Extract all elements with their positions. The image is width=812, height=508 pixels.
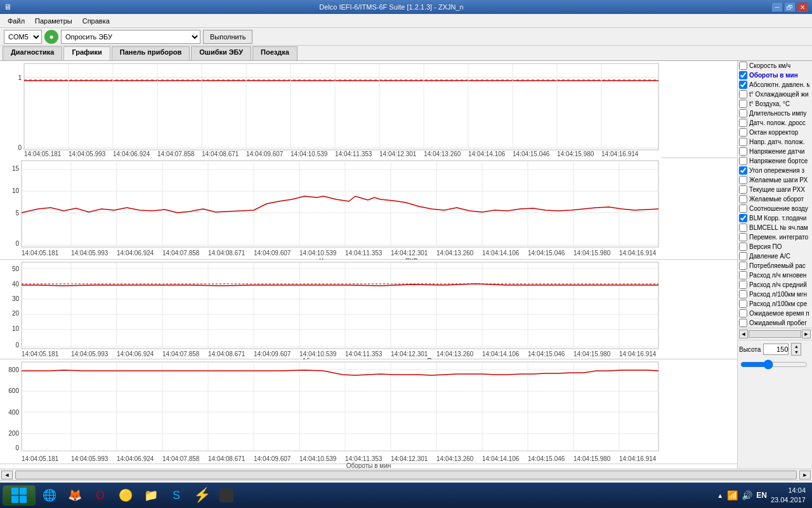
sidebar-checkbox-21[interactable] [739, 262, 747, 270]
sidebar-checkbox-20[interactable] [739, 252, 747, 260]
sidebar-label-18: Перемен. интеграто [749, 234, 808, 241]
restore-button[interactable]: 🗗 [784, 2, 796, 12]
sidebar-checkbox-8[interactable] [739, 138, 747, 146]
taskbar-chrome[interactable]: 🟡 [114, 485, 137, 505]
window-controls: ─ 🗗 ✕ [771, 2, 808, 12]
height-slider[interactable] [740, 359, 808, 370]
height-input[interactable] [763, 344, 789, 355]
sidebar-label-23: Расход л/ч средний [749, 281, 807, 288]
sidebar-item-7: Октан корректор [738, 128, 812, 137]
sidebar-item-1: Обороты в мин [738, 70, 812, 80]
tab-graphs[interactable]: Графики [63, 46, 110, 60]
sidebar-checkbox-1[interactable] [739, 71, 747, 79]
sidebar-checkbox-7[interactable] [739, 128, 747, 137]
sidebar-scrollbar[interactable] [749, 330, 801, 338]
sidebar-checkbox-22[interactable] [739, 271, 747, 279]
query-select[interactable]: Опросить ЭБУ [61, 30, 200, 44]
menu-params[interactable]: Параметры [30, 16, 77, 26]
sidebar-label-11: Угол опережения з [749, 167, 804, 174]
sidebar-checkbox-27[interactable] [739, 319, 747, 327]
sidebar-checkbox-25[interactable] [739, 300, 747, 308]
tab-dashboard[interactable]: Панель приборов [112, 46, 190, 60]
taskbar-ie[interactable]: 🌐 [38, 485, 61, 505]
menu-file[interactable]: Файл [3, 16, 30, 26]
chart-rpm-title: Обороты в мин [0, 462, 737, 469]
horizontal-scrollbar[interactable] [15, 471, 797, 479]
system-clock[interactable]: 14:04 23.04.2017 [771, 486, 806, 505]
r-y600: 600 [8, 387, 19, 394]
sidebar-label-0: Скорость км/ч [749, 62, 790, 69]
sidebar-checkbox-24[interactable] [739, 290, 747, 298]
sidebar-item-23: Расход л/ч средний [738, 280, 812, 290]
sidebar-item-5: Длительность импу [738, 109, 812, 118]
sidebar-checkbox-15[interactable] [739, 204, 747, 213]
connect-button[interactable]: ● [44, 30, 58, 44]
sidebar-item-4: t° Воздуха, °C [738, 99, 812, 109]
windows-logo-icon [10, 486, 28, 504]
sidebar-item-15: Соотношение возду [738, 204, 812, 213]
px12: 14:04:15.980 [573, 351, 611, 358]
sidebar-label-20: Давление А/С [749, 253, 790, 260]
y-label-0b: 0 [15, 240, 19, 247]
sidebar-checkbox-9[interactable] [739, 147, 747, 156]
sidebar-checkbox-6[interactable] [739, 119, 747, 127]
sidebar-checkbox-19[interactable] [739, 243, 747, 251]
scroll-left-button[interactable]: ◄ [739, 330, 748, 338]
taskbar-app1[interactable]: ⚡ [190, 485, 213, 505]
tray-expand[interactable]: ▲ [717, 492, 723, 499]
y-label-5: 5 [15, 210, 19, 217]
minimize-button[interactable]: ─ [771, 2, 783, 12]
sidebar-checkbox-17[interactable] [739, 224, 747, 232]
execute-button[interactable]: Выполнить [203, 30, 252, 44]
tab-errors[interactable]: Ошибки ЭБУ [191, 46, 251, 60]
sidebar-checkbox-18[interactable] [739, 233, 747, 241]
tray-volume[interactable]: 🔊 [742, 490, 752, 500]
tab-trip[interactable]: Поездка [252, 46, 298, 60]
chart-pressure: 50 40 30 20 10 0 [0, 260, 737, 359]
height-down-button[interactable]: ▼ [792, 349, 801, 355]
sidebar-scroll-area: ◄ ► [738, 328, 812, 340]
tray-lang[interactable]: EN [756, 491, 767, 500]
sidebar-label-25: Расход л/100км сре [749, 300, 807, 307]
port-select[interactable]: COM5 [4, 30, 42, 44]
sidebar-checkbox-14[interactable] [739, 195, 747, 203]
hscroll-left-button[interactable]: ◄ [1, 471, 13, 479]
menu-help[interactable]: Справка [77, 16, 115, 26]
taskbar-firefox[interactable]: 🦊 [63, 485, 86, 505]
charts-area[interactable]: 1 0 14:04:05.181 14:04:05.993 14:04:06.9… [0, 61, 737, 469]
r-y400: 400 [8, 409, 19, 416]
sidebar: Скорость км/чОбороты в минАбсолютн. давл… [737, 61, 812, 469]
sidebar-checkbox-12[interactable] [739, 176, 747, 184]
sidebar-checkbox-2[interactable] [739, 81, 747, 89]
height-up-button[interactable]: ▲ [792, 344, 801, 349]
taskbar-opera[interactable]: O [89, 485, 112, 505]
sidebar-item-16: BLM Корр. т.подачи [738, 213, 812, 223]
sidebar-checkbox-16[interactable] [739, 214, 747, 222]
sidebar-checkbox-23[interactable] [739, 281, 747, 289]
sidebar-checkbox-11[interactable] [739, 166, 747, 175]
hscroll-right-button[interactable]: ► [799, 471, 811, 479]
sidebar-label-19: Версия ПО [749, 243, 782, 250]
close-button[interactable]: ✕ [797, 2, 808, 12]
tab-diagnostics[interactable]: Диагностика [3, 46, 62, 60]
chart-ignition-svg: 15 10 5 0 [0, 158, 661, 258]
sidebar-checkbox-13[interactable] [739, 185, 747, 194]
chart-border2 [22, 161, 658, 247]
svg-rect-1 [20, 488, 27, 495]
window-title: Delco IEFI-6/ITMS-6F Suite [1.2.1.3] - Z… [11, 3, 771, 11]
ix10: 14:04:14.106 [482, 250, 520, 257]
tray-network[interactable]: 📶 [727, 490, 738, 500]
sidebar-checkbox-5[interactable] [739, 109, 747, 117]
sidebar-checkbox-10[interactable] [739, 157, 747, 165]
taskbar-app2[interactable] [216, 485, 237, 505]
start-button[interactable] [3, 485, 36, 505]
taskbar-explorer[interactable]: 📁 [140, 485, 162, 505]
sidebar-checkbox-4[interactable] [739, 100, 747, 108]
sidebar-checkbox-26[interactable] [739, 309, 747, 318]
scroll-right-button[interactable]: ► [802, 330, 811, 338]
ix7: 14:04:11.353 [345, 250, 383, 257]
sidebar-checkbox-3[interactable] [739, 90, 747, 98]
sidebar-checkbox-0[interactable] [739, 62, 747, 70]
taskbar-skype[interactable]: S [165, 485, 188, 505]
sidebar-item-0: Скорость км/ч [738, 61, 812, 70]
